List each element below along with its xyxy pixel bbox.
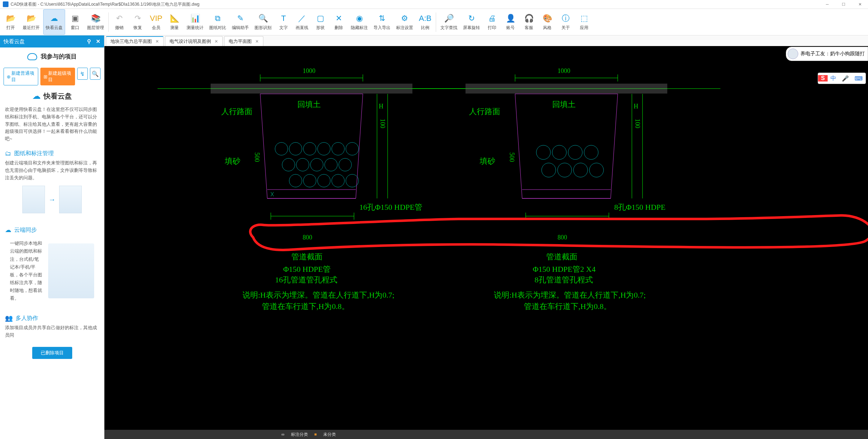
比例-icon: A:B bbox=[420, 13, 430, 23]
toolbar-测量[interactable]: 📐测量 bbox=[166, 9, 183, 35]
标注设置-icon: ⚙ bbox=[400, 13, 410, 23]
toolbar-label: 撤销 bbox=[115, 25, 124, 31]
toolbar-恢复[interactable]: ↷恢复 bbox=[129, 9, 146, 35]
toolbar-label: 窗口 bbox=[71, 25, 79, 31]
toolbar-打印[interactable]: 🖨打印 bbox=[484, 9, 501, 35]
toolbar-label: 测量 bbox=[170, 25, 179, 31]
deleted-projects-button[interactable]: 已删除项目 bbox=[32, 347, 72, 359]
svg-point-17 bbox=[303, 174, 316, 187]
refresh-button[interactable]: ↯ bbox=[77, 68, 88, 80]
tab-bar: 地块三电力总平面图✕电气设计说明及图例✕电力平面图✕ bbox=[104, 35, 868, 46]
toolbar-label: 恢复 bbox=[133, 25, 142, 31]
tab-close-icon[interactable]: ✕ bbox=[215, 39, 218, 44]
画直线-icon: ／ bbox=[297, 13, 307, 23]
panel-pin-icon[interactable]: ⚲ bbox=[87, 38, 91, 44]
toolbar-文字查找[interactable]: 🔎文字查找 bbox=[438, 9, 459, 35]
close-button[interactable]: ✕ bbox=[852, 0, 868, 9]
label-pipe-r: 8孔Φ150 HDPE bbox=[614, 202, 666, 213]
toolbar-label: 打印 bbox=[488, 25, 496, 31]
tab-电力平面图[interactable]: 电力平面图✕ bbox=[224, 36, 263, 46]
toolbar-打开[interactable]: 📂打开 bbox=[2, 9, 19, 35]
toolbar-最近打开[interactable]: 📂最近打开 bbox=[21, 9, 42, 35]
illustration-right bbox=[59, 186, 82, 213]
风格-icon: 🎨 bbox=[542, 13, 552, 23]
tab-close-icon[interactable]: ✕ bbox=[155, 39, 159, 44]
label-backfill-r: 回填土 bbox=[552, 99, 576, 110]
dim-100: 100 bbox=[379, 119, 386, 128]
toolbar-窗口[interactable]: ▣窗口 bbox=[67, 9, 84, 35]
canvas-area: 地块三电力总平面图✕电气设计说明及图例✕电力平面图✕ bbox=[104, 35, 868, 439]
toolbar-比例[interactable]: A:B比例 bbox=[417, 9, 434, 35]
tab-电气设计说明及图例[interactable]: 电气设计说明及图例✕ bbox=[165, 36, 223, 46]
toolbar-图层管理[interactable]: 📚图层管理 bbox=[85, 9, 106, 35]
toolbar-会员[interactable]: VIP会员 bbox=[148, 9, 165, 35]
svg-point-42 bbox=[589, 163, 604, 177]
section-desc: 创建云端项目和文件夹来管理图纸和标注，再也无需担心由于电脑损坏，文件误删等导致标… bbox=[5, 159, 99, 181]
toolbar-文字[interactable]: T文字 bbox=[275, 9, 292, 35]
maximize-button[interactable]: ☐ bbox=[835, 0, 852, 9]
ime-lang[interactable]: 中 bbox=[828, 75, 839, 82]
section-desc: 添加项目成员并共享自己做好的标注，其他成员同 bbox=[5, 324, 99, 339]
toolbar-label: 导入导出 bbox=[373, 25, 390, 31]
project-title-row: 我参与的项目 bbox=[0, 47, 104, 66]
toolbar-标注设置[interactable]: ⚙标注设置 bbox=[394, 9, 415, 35]
ime-badge[interactable]: S 中 🎤 ⌨ bbox=[818, 73, 866, 84]
project-buttons-row: ⊕新建普通项目 ⊞新建超级项目 ↯ 🔍 bbox=[0, 66, 104, 88]
svg-point-35 bbox=[536, 145, 550, 159]
toolbar-删除[interactable]: ✕删除 bbox=[330, 9, 347, 35]
toolbar-label: 会员 bbox=[152, 25, 160, 31]
ime-keyboard-icon[interactable]: ⌨ bbox=[852, 75, 866, 82]
ime-mic-icon[interactable]: 🎤 bbox=[839, 75, 852, 82]
new-normal-project-button[interactable]: ⊕新建普通项目 bbox=[4, 68, 38, 85]
toolbar-画直线[interactable]: ／画直线 bbox=[293, 9, 310, 35]
toolbar-label: 编辑助手 bbox=[232, 25, 249, 31]
toolbar-撤销[interactable]: ↶撤销 bbox=[111, 9, 128, 35]
ime-logo: S bbox=[818, 75, 828, 81]
minimize-button[interactable]: ─ bbox=[819, 0, 835, 9]
status-uncat[interactable]: 未分类 bbox=[323, 432, 336, 438]
text-section: 管道截面 bbox=[291, 252, 322, 262]
window-controls: ─ ☐ ✕ bbox=[819, 0, 868, 9]
toolbar-账号[interactable]: 👤账号 bbox=[502, 9, 519, 35]
svg-point-6 bbox=[289, 142, 302, 155]
tab-close-icon[interactable]: ✕ bbox=[255, 39, 259, 44]
panel-close-icon[interactable]: ✕ bbox=[96, 38, 101, 44]
user-badge[interactable]: 养电子工友：奶牛小狗跟随打 bbox=[786, 47, 868, 61]
svg-point-16 bbox=[289, 174, 302, 187]
toolbar-编辑助手[interactable]: ✎编辑助手 bbox=[230, 9, 251, 35]
toolbar-关于[interactable]: ⓘ关于 bbox=[557, 9, 574, 35]
dim-top: 1000 bbox=[303, 67, 315, 75]
toolbar-形状[interactable]: ▢形状 bbox=[312, 9, 329, 35]
status-category[interactable]: 标注分类 bbox=[291, 432, 308, 438]
toolbar-label: 文字 bbox=[279, 25, 288, 31]
toolbar-屏幕旋转[interactable]: ↻屏幕旋转 bbox=[461, 9, 482, 35]
search-button[interactable]: 🔍 bbox=[90, 68, 101, 80]
隐藏标注-icon: ◉ bbox=[354, 13, 364, 23]
toolbar-客服[interactable]: 🎧客服 bbox=[520, 9, 537, 35]
text-spec-r: Φ150 HDPE管2 X4 bbox=[533, 264, 595, 275]
toolbar-测量统计[interactable]: 📊测量统计 bbox=[184, 9, 206, 35]
toolbar-label: 最近打开 bbox=[23, 25, 40, 31]
svg-point-8 bbox=[318, 142, 330, 155]
dim-100-r: 100 bbox=[634, 119, 641, 128]
svg-point-11 bbox=[282, 158, 295, 171]
toolbar-图纸对比[interactable]: ⧉图纸对比 bbox=[207, 9, 228, 35]
label-pipe: 16孔Φ150 HDPE管 bbox=[359, 202, 422, 213]
tab-地块三电力总平面图[interactable]: 地块三电力总平面图✕ bbox=[106, 36, 164, 46]
toolbar-风格[interactable]: 🎨风格 bbox=[539, 9, 556, 35]
客服-icon: 🎧 bbox=[524, 13, 534, 23]
new-super-project-button[interactable]: ⊞新建超级项目 bbox=[40, 68, 75, 85]
toolbar-快看云盘[interactable]: ☁快看云盘 bbox=[43, 9, 65, 35]
toolbar-label: 账号 bbox=[506, 25, 515, 31]
toolbar-图形识别[interactable]: 🔍图形识别 bbox=[252, 9, 274, 35]
toolbar-label: 测量统计 bbox=[187, 25, 204, 31]
dim-h: H bbox=[379, 103, 383, 110]
toolbar-应用[interactable]: ⬚应用 bbox=[576, 9, 593, 35]
toolbar-导入导出[interactable]: ⇅导入导出 bbox=[371, 9, 393, 35]
快看云盘-icon: ☁ bbox=[49, 13, 59, 23]
drawing-canvas[interactable]: 人行路面 1000 回填土 填砂 H 100 500 16孔Φ150 HDPE管… bbox=[104, 46, 868, 439]
toolbar-隐藏标注[interactable]: ◉隐藏标注 bbox=[349, 9, 370, 35]
toolbar-label: 打开 bbox=[6, 25, 15, 31]
svg-point-37 bbox=[568, 145, 582, 159]
dim-bottom-r: 800 bbox=[558, 234, 567, 241]
